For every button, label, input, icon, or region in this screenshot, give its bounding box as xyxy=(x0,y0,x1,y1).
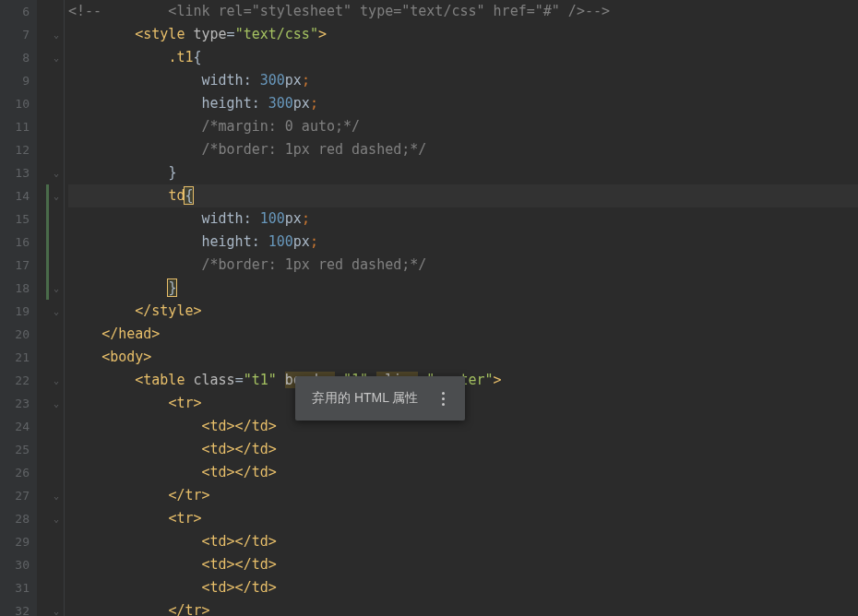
line-number: 17 xyxy=(0,254,37,277)
code-line[interactable]: <td></td> xyxy=(68,576,858,599)
code-line[interactable]: <!-- <link rel="stylesheet" type="text/c… xyxy=(68,0,858,23)
fold-toggle-icon[interactable]: ⌄ xyxy=(54,399,63,409)
line-number: 26 xyxy=(0,461,37,484)
tooltip-text: 弃用的 HTML 属性 xyxy=(312,390,418,407)
line-number: 20 xyxy=(0,323,37,346)
code-line[interactable]: } xyxy=(68,277,858,300)
code-line[interactable]: <body> xyxy=(68,346,858,369)
line-number: 31 xyxy=(0,576,37,599)
code-line[interactable]: <tr> xyxy=(68,507,858,530)
code-line[interactable]: width: 300px; xyxy=(68,69,858,92)
line-number: 32 xyxy=(0,599,37,616)
code-line[interactable]: <td></td> xyxy=(68,438,858,461)
code-line[interactable]: height: 100px; xyxy=(68,231,858,254)
line-number: 11 xyxy=(0,115,37,138)
code-area[interactable]: <!-- <link rel="stylesheet" type="text/c… xyxy=(65,0,858,616)
code-line[interactable]: /*border: 1px red dashed;*/ xyxy=(68,138,858,161)
line-number: 28 xyxy=(0,507,37,530)
code-line[interactable]: width: 100px; xyxy=(68,207,858,231)
line-number: 10 xyxy=(0,92,37,115)
code-editor[interactable]: 6789101112131415161718192021222324252627… xyxy=(0,0,858,616)
line-number: 6 xyxy=(0,0,37,23)
line-number: 12 xyxy=(0,138,37,161)
code-line[interactable]: <td></td> xyxy=(68,530,858,553)
fold-toggle-icon[interactable]: ⌄ xyxy=(54,30,63,40)
line-number: 27 xyxy=(0,484,37,507)
code-line[interactable]: /*border: 1px red dashed;*/ xyxy=(68,254,858,277)
line-number: 24 xyxy=(0,415,37,438)
code-line[interactable]: </style> xyxy=(68,300,858,323)
code-line[interactable]: <style type="text/css"> xyxy=(68,23,858,46)
line-number-gutter: 6789101112131415161718192021222324252627… xyxy=(0,0,37,616)
line-number: 29 xyxy=(0,530,37,553)
code-line[interactable]: /*margin: 0 auto;*/ xyxy=(68,115,858,138)
fold-toggle-icon[interactable]: ⌄ xyxy=(54,307,63,316)
line-number: 21 xyxy=(0,346,37,369)
fold-toggle-icon[interactable]: ⌄ xyxy=(54,169,63,178)
line-number: 14 xyxy=(0,184,37,207)
line-number: 9 xyxy=(0,69,37,92)
line-number: 16 xyxy=(0,231,37,254)
line-number: 15 xyxy=(0,207,37,231)
code-line[interactable]: height: 300px; xyxy=(68,92,858,115)
code-line[interactable]: </tr> xyxy=(68,599,858,616)
line-number: 7 xyxy=(0,23,37,46)
fold-toggle-icon[interactable]: ⌄ xyxy=(54,376,63,385)
fold-toggle-icon[interactable]: ⌄ xyxy=(54,492,63,501)
line-number: 18 xyxy=(0,277,37,300)
more-actions-icon[interactable] xyxy=(438,388,448,409)
line-number: 13 xyxy=(0,161,37,184)
code-line[interactable]: .t1{ xyxy=(68,46,858,69)
line-number: 19 xyxy=(0,300,37,323)
code-line[interactable]: <td></td> xyxy=(68,553,858,576)
line-number: 30 xyxy=(0,553,37,576)
line-number: 25 xyxy=(0,438,37,461)
code-line[interactable]: td{ xyxy=(68,184,858,207)
code-line[interactable]: </head> xyxy=(68,323,858,346)
line-number: 22 xyxy=(0,369,37,392)
code-line[interactable]: <td></td> xyxy=(68,461,858,484)
fold-column[interactable]: ⌄⌄⌄⌄⌄⌄⌄⌄⌄⌄⌄ xyxy=(37,0,65,616)
fold-toggle-icon[interactable]: ⌄ xyxy=(54,607,63,616)
deprecated-attribute-tooltip[interactable]: 弃用的 HTML 属性 xyxy=(295,376,465,421)
fold-toggle-icon[interactable]: ⌄ xyxy=(54,53,63,63)
fold-toggle-icon[interactable]: ⌄ xyxy=(54,515,63,524)
line-number: 8 xyxy=(0,46,37,69)
code-line[interactable]: } xyxy=(68,161,858,184)
code-line[interactable]: </tr> xyxy=(68,484,858,507)
line-number: 23 xyxy=(0,392,37,415)
fold-toggle-icon[interactable]: ⌄ xyxy=(54,192,63,201)
fold-toggle-icon[interactable]: ⌄ xyxy=(54,284,63,293)
